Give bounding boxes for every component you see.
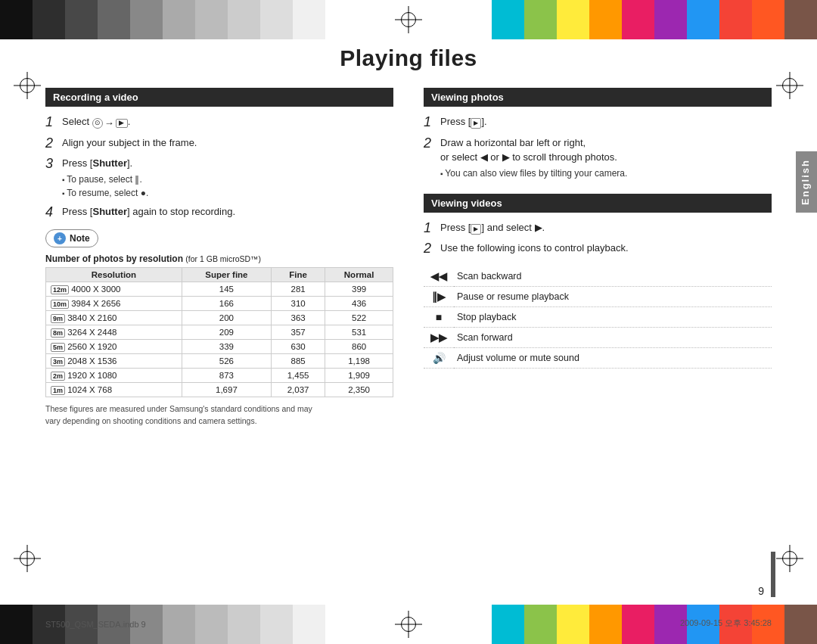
page-title: Playing files: [45, 45, 772, 71]
resolution-value: 1920 X 1080: [67, 371, 116, 380]
vv-step-2-text: Use the following icons to control playb…: [440, 241, 772, 256]
normal-value: 1,198: [325, 354, 393, 369]
table-row: 9m 3840 X 2160 200 363 522: [46, 311, 393, 325]
step-2: 2 Align your subject in the frame.: [45, 135, 393, 152]
resolution-value: 3264 X 2448: [67, 328, 116, 337]
recording-steps: 1 Select ⊙ → ▶ . 2 Align your subject in…: [45, 114, 393, 220]
resolution-value: 3984 X 2656: [71, 299, 120, 308]
reg-mark-left-top: [14, 72, 41, 99]
playback-icon-row: 🔊 Adjust volume or mute sound: [424, 347, 772, 368]
resolution-value: 1024 X 768: [67, 385, 112, 394]
video-icon: ▶: [116, 119, 128, 128]
step-3-text: Press [Shutter]. To pause, select ‖. To …: [62, 156, 393, 200]
step-3-number: 3: [45, 156, 62, 173]
resolution-value: 2048 X 1536: [67, 356, 116, 366]
res-icon-cell: 10m 3984 X 2656: [46, 297, 182, 311]
reg-mark-right-bottom: [776, 545, 803, 572]
reg-mark-left-bottom: [14, 545, 41, 572]
top-bar: [0, 0, 817, 39]
top-bar-right-colors: [492, 0, 817, 39]
fine-value: 281: [271, 282, 325, 297]
step-1-number: 1: [45, 114, 62, 131]
resolution-icon: 10m: [51, 300, 69, 309]
viewing-videos-steps: 1 Press [▶] and select ▶. 2 Use the foll…: [424, 220, 772, 257]
vp-step-2-text: Draw a horizontal bar left or right, or …: [440, 135, 772, 180]
res-icon-cell: 9m 3840 X 2160: [46, 311, 182, 325]
vv-step-2: 2 Use the following icons to control pla…: [424, 241, 772, 257]
table-row: 5m 2560 X 1920 339 630 860: [46, 340, 393, 354]
normal-value: 522: [325, 311, 393, 325]
step-1: 1 Select ⊙ → ▶ .: [45, 114, 393, 131]
playback-icon: 🔊: [424, 347, 454, 368]
fine-value: 357: [271, 325, 325, 340]
registration-mark-bottom: [395, 611, 422, 638]
fine-value: 630: [271, 340, 325, 354]
super-fine-value: 145: [182, 282, 271, 297]
step-4-number: 4: [45, 204, 62, 221]
step-4-text: Press [Shutter] again to stop recording.: [62, 204, 393, 219]
resolution-icon: 1m: [51, 386, 65, 395]
resolution-value: 4000 X 3000: [71, 285, 120, 294]
fine-value: 310: [271, 297, 325, 311]
note-icon: +: [54, 232, 66, 244]
playback-description: Scan backward: [454, 266, 772, 287]
normal-value: 531: [325, 325, 393, 340]
playback-icon-row: ‖▶ Pause or resume playback: [424, 286, 772, 306]
page-number: 9: [758, 585, 764, 597]
top-bar-center: [325, 0, 492, 39]
step-3-sub-bullets: To pause, select ‖. To resume, select ●.: [62, 173, 393, 200]
res-icon-cell: 3m 2048 X 1536: [46, 354, 182, 369]
playback-icon: ▶▶: [424, 327, 454, 347]
vp-step-2: 2 Draw a horizontal bar left or right, o…: [424, 135, 772, 180]
res-icon-cell: 12m 4000 X 3000: [46, 282, 182, 297]
table-row: 8m 3264 X 2448 209 357 531: [46, 325, 393, 340]
table-row: 1m 1024 X 768 1,697 2,037 2,350: [46, 383, 393, 397]
normal-value: 1,909: [325, 369, 393, 383]
super-fine-value: 873: [182, 369, 271, 383]
playback-icon-row: ▶▶ Scan forward: [424, 327, 772, 347]
playback-description: Scan forward: [454, 327, 772, 347]
registration-mark-top: [395, 6, 422, 33]
resolution-icon: 8m: [51, 328, 65, 338]
step-3-sub-1: To pause, select ‖.: [62, 173, 393, 186]
fine-value: 2,037: [271, 383, 325, 397]
table-row: 2m 1920 X 1080 873 1,455 1,909: [46, 369, 393, 383]
resolution-icon: 5m: [51, 343, 65, 352]
footer-timestamp: 2009-09-15 오후 3:45:28: [680, 618, 772, 629]
main-content: Playing files Recording a video 1 Select…: [45, 45, 772, 599]
playback-icons-table: ◀◀ Scan backward ‖▶ Pause or resume play…: [424, 266, 772, 369]
viewing-photos-steps: 1 Press [▶]. 2 Draw a horizontal bar lef…: [424, 114, 772, 180]
two-column-layout: Recording a video 1 Select ⊙ → ▶ .: [45, 88, 772, 428]
super-fine-value: 1,697: [182, 383, 271, 397]
footer-file-info: ST500_QSM_SEDA.indb 9: [45, 620, 146, 629]
resolution-table: Resolution Super fine Fine Normal 12m 40…: [45, 267, 393, 397]
recording-section-header: Recording a video: [45, 88, 393, 107]
vv-step-1: 1 Press [▶] and select ▶.: [424, 220, 772, 237]
normal-value: 2,350: [325, 383, 393, 397]
camera-icon: ⊙: [92, 118, 103, 129]
vp-step-1: 1 Press [▶].: [424, 114, 772, 131]
table-footnote: These figures are measured under Samsung…: [45, 403, 393, 428]
viewing-videos-section: Viewing videos 1 Press [▶] and select ▶.…: [424, 194, 772, 369]
playback-icon-row: ■ Stop playback: [424, 306, 772, 327]
step-2-number: 2: [45, 135, 62, 152]
page-indicator-bar: [771, 552, 775, 597]
step-2-text: Align your subject in the frame.: [62, 135, 393, 151]
col-normal: Normal: [325, 268, 393, 282]
viewing-photos-header: Viewing photos: [424, 88, 772, 107]
res-icon-cell: 8m 3264 X 2448: [46, 325, 182, 340]
super-fine-value: 526: [182, 354, 271, 369]
normal-value: 399: [325, 282, 393, 297]
step-3: 3 Press [Shutter]. To pause, select ‖. T…: [45, 156, 393, 200]
step-1-text: Select ⊙ → ▶ .: [62, 114, 393, 131]
table-row: 12m 4000 X 3000 145 281 399: [46, 282, 393, 297]
resolution-icon: 2m: [51, 372, 65, 381]
super-fine-value: 200: [182, 311, 271, 325]
col-fine: Fine: [271, 268, 325, 282]
normal-value: 860: [325, 340, 393, 354]
playback-description: Adjust volume or mute sound: [454, 347, 772, 368]
step-3-sub-2: To resume, select ●.: [62, 186, 393, 200]
playback-description: Stop playback: [454, 306, 772, 327]
col-resolution: Resolution: [46, 268, 182, 282]
fine-value: 1,455: [271, 369, 325, 383]
